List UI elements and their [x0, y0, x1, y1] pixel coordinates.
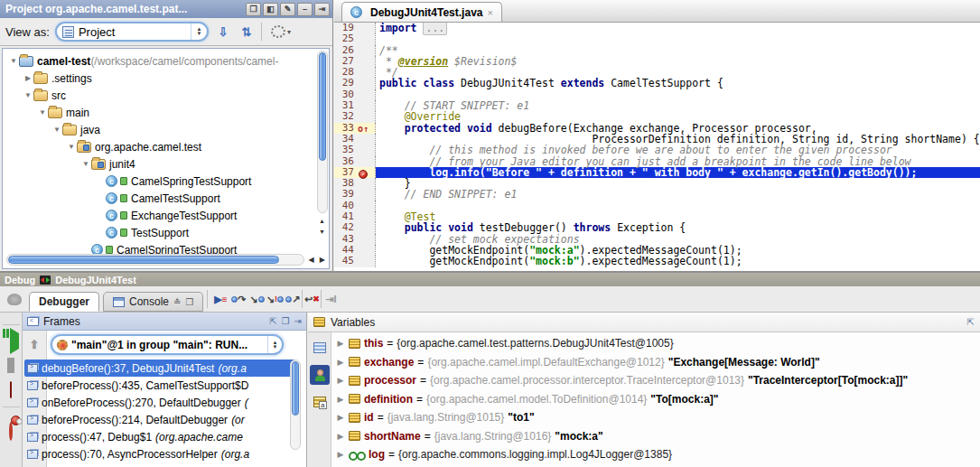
equals-sign: = — [417, 356, 424, 369]
editor-tab[interactable]: c DebugJUnit4Test.java × — [341, 2, 502, 22]
variable-row-exchange[interactable]: ▶exchange = {org.apache.camel.impl.Defau… — [332, 353, 979, 372]
code-line-27[interactable]: 27 * @version $Revision$ — [334, 56, 980, 67]
code-line-37[interactable]: 37✓ log.info("Before " + definition + " … — [334, 167, 980, 178]
hide-icon[interactable]: ⇥ — [294, 316, 302, 326]
frame-row[interactable]: debugBefore():37, DebugJUnit4Test (org.a — [24, 360, 295, 377]
tree-scroll-arrows[interactable]: ▲▼ — [317, 216, 327, 239]
code-line-19[interactable]: 19import ... — [334, 23, 980, 33]
tree-vertical-scrollbar[interactable] — [317, 51, 328, 213]
variable-row-log[interactable]: ▶log = {org.apache.commons.logging.impl.… — [332, 445, 979, 464]
frame-row[interactable]: process():70, AsyncProcessorHelper (org.… — [24, 445, 295, 462]
step-out-icon[interactable]: ↗ — [284, 291, 302, 307]
collapse-all-icon[interactable]: ⇅ — [238, 25, 256, 39]
tree-expander-icon[interactable]: ▼ — [37, 108, 48, 117]
variables-view-options-icon[interactable] — [310, 392, 330, 412]
expand-all-icon[interactable]: ⇩ — [214, 25, 232, 39]
dock-button[interactable]: ◧ — [263, 3, 278, 16]
override-icon[interactable]: o↑ — [358, 124, 369, 134]
code-editor[interactable]: 19import ...2526/**27 * @version $Revisi… — [334, 23, 980, 271]
stack-frame-icon — [27, 416, 38, 425]
export-icon[interactable]: ⇱ — [269, 316, 276, 326]
value-icon — [349, 394, 360, 404]
pause-icon[interactable] — [7, 358, 14, 374]
variable-row-definition[interactable]: ▶definition = {org.apache.camel.model.To… — [332, 390, 979, 409]
tree-item-CamelSpringTestSupport[interactable]: cCamelSpringTestSupport — [3, 173, 329, 190]
tree-expander-icon[interactable]: ▼ — [51, 126, 62, 134]
tree-item-ExchangeTestSupport[interactable]: cExchangeTestSupport — [3, 207, 329, 224]
expander-icon[interactable]: ▶ — [336, 358, 345, 367]
expander-icon[interactable]: ▶ — [336, 450, 345, 459]
show-execution-point-icon[interactable]: ▶≡ — [211, 291, 229, 307]
frame-row[interactable]: beforeProcess():214, DefaultDebugger (or — [24, 411, 295, 428]
float-button[interactable]: ❒ — [246, 3, 261, 16]
tree-item-camel-test[interactable]: ▼camel-test (/workspace/camel/components… — [3, 52, 329, 70]
thread-selector-dropdown[interactable]: "main"@1 in group "main": RUN... ▲▼ — [51, 334, 284, 355]
tree-item-CamelTestSupport[interactable]: cCamelTestSupport — [3, 190, 329, 207]
resume-icon[interactable] — [3, 333, 19, 350]
drop-frame-icon[interactable]: ↩✖ — [303, 291, 321, 307]
breakpoint-icon[interactable]: ✓ — [359, 170, 368, 179]
thread-dropdown-stepper[interactable]: ▲▼ — [267, 336, 282, 353]
tree-expander-icon[interactable]: ▼ — [23, 91, 33, 99]
code-line-29[interactable]: 29public class DebugJUnit4Test extends C… — [334, 78, 980, 89]
tree-horizontal-scrollbar[interactable]: ◀ ▶ — [6, 254, 304, 266]
mute-breakpoints-icon[interactable] — [9, 424, 13, 440]
evaluate-expression-icon[interactable] — [310, 338, 330, 358]
step-into-icon[interactable]: ↘ — [247, 291, 266, 307]
expander-icon[interactable]: ▶ — [336, 376, 345, 385]
frames-scrollbar[interactable] — [290, 360, 301, 450]
debug-title: Debug — [5, 275, 35, 285]
step-toolbar: ▶≡↷↘↘!↗↩✖⇥I — [211, 290, 340, 308]
gutter: 41 — [334, 211, 376, 222]
frame-row[interactable]: process():47, Debug$1 (org.apache.came — [24, 428, 295, 445]
debug-title-bar[interactable]: Debug DebugJUnit4Test — [0, 273, 980, 286]
step-over-icon[interactable]: ↷ — [229, 291, 247, 307]
variable-row-id[interactable]: ▶id = {java.lang.String@1015}"to1" — [332, 408, 979, 427]
pin-button[interactable]: ✎ — [280, 3, 295, 16]
code-line-45[interactable]: 45 getMockEndpoint("mock:b").expectedMes… — [334, 256, 980, 266]
tab-debugger[interactable]: Debugger — [29, 292, 99, 312]
project-tree: ▼camel-test (/workspace/camel/components… — [3, 52, 329, 258]
variable-row-this[interactable]: ▶this = {org.apache.camel.test.patterns.… — [332, 334, 979, 353]
tree-expander-icon[interactable]: ▶ — [23, 74, 33, 82]
hide-button[interactable]: ⇥ — [314, 3, 330, 16]
watch-icon[interactable] — [310, 365, 330, 385]
variable-row-processor[interactable]: ▶processor = {org.apache.camel.processor… — [332, 371, 979, 390]
float-icon[interactable]: ❒ — [282, 316, 290, 326]
expander-icon[interactable]: ▶ — [336, 339, 345, 348]
dropdown-stepper-icon[interactable]: ▲▼ — [191, 23, 207, 40]
tab-console[interactable]: Console ≛ ❒ — [103, 292, 203, 312]
export-icon[interactable]: ⇱ — [967, 317, 975, 327]
code-line-39[interactable]: 39 // END SNIPPET: e1 — [334, 189, 980, 200]
export-console-icon[interactable]: ≛ — [173, 297, 181, 307]
variable-row-shortName[interactable]: ▶shortName = {java.lang.String@1016}"moc… — [332, 427, 979, 446]
tree-item-.settings[interactable]: ▶.settings — [3, 70, 329, 87]
float-console-icon[interactable]: ❒ — [185, 297, 193, 307]
frame-row[interactable]: onBeforeProcess():270, DefaultDebugger ( — [24, 394, 295, 411]
expander-icon[interactable]: ▶ — [336, 395, 345, 404]
tree-item-src[interactable]: ▼src — [3, 87, 329, 104]
frame-row[interactable]: beforeProcess():435, CamelTestSupport$D — [24, 377, 295, 394]
breakpoint-icon[interactable]: ✓ — [354, 167, 372, 179]
tree-item-org.apache.camel.test[interactable]: ▼org.apache.camel.test — [3, 138, 329, 155]
view-mode-dropdown[interactable]: Project ▲▼ — [55, 22, 209, 42]
run-to-cursor-icon[interactable]: ⇥I — [322, 291, 340, 307]
minimize-button[interactable]: – — [297, 3, 313, 16]
tree-item-junit4[interactable]: ▼junit4 — [3, 155, 329, 173]
code-line-25[interactable]: 25 — [334, 33, 980, 44]
tree-item-java[interactable]: ▼java — [3, 121, 329, 138]
force-step-into-icon[interactable]: ↘! — [266, 291, 284, 307]
override-icon[interactable]: o↑ — [354, 123, 372, 134]
expander-icon[interactable]: ▶ — [336, 413, 345, 422]
tree-item-TestSupport[interactable]: cTestSupport — [3, 224, 329, 241]
tree-expander-icon[interactable]: ▼ — [80, 160, 91, 168]
frame-up-icon[interactable]: ⬆ — [30, 338, 40, 351]
tree-expander-icon[interactable]: ▼ — [66, 143, 77, 151]
tree-expander-icon[interactable]: ▼ — [8, 57, 19, 65]
project-panel-header[interactable]: Project org.apache.camel.test.pat... ❒◧✎… — [0, 0, 332, 18]
tree-item-main[interactable]: ▼main — [3, 104, 329, 121]
stop-icon[interactable] — [10, 382, 12, 398]
expander-icon[interactable]: ▶ — [336, 432, 345, 441]
tab-close-icon[interactable]: × — [487, 7, 492, 18]
settings-gear-icon[interactable] — [271, 25, 285, 38]
